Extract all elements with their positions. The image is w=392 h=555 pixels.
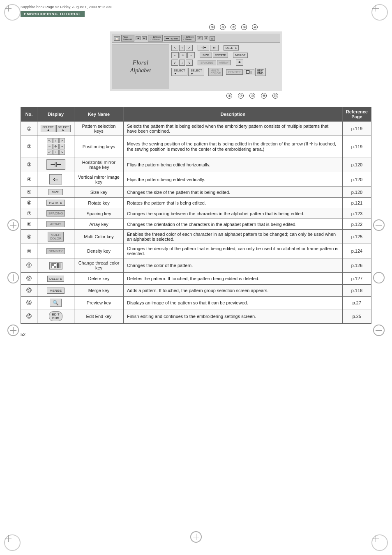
cell-no-5: ⑥ [21, 198, 37, 208]
cell-keyname-1: Positioning keys [74, 136, 124, 157]
cell-ref-8: p.125 [342, 230, 371, 244]
page-footer: 52 [0, 324, 392, 341]
cell-description-13: Displays an image of the pattern so that… [124, 297, 343, 309]
corner-decoration-tr [371, 4, 388, 21]
toolbar-arrow-r: ► [142, 36, 147, 40]
arrow-se[interactable]: ↘ [186, 60, 193, 66]
left-circle-bot [7, 325, 19, 336]
toolbar-icon-1: 📋 [114, 36, 120, 41]
arrow-e[interactable]: → [187, 52, 195, 58]
left-cross-top [10, 222, 16, 228]
preview-line1: Floral [130, 58, 151, 67]
cell-display-9: DENSITY [37, 244, 74, 258]
header-display: Display [37, 107, 74, 122]
cell-description-5: Rotates the pattern that is being edited… [124, 198, 343, 208]
thread-color-btn[interactable]: 🔲||| [244, 69, 254, 75]
toolbar-position-info: ⟷ -40 mm [164, 36, 180, 41]
arrow-s[interactable]: ↓ [179, 60, 185, 66]
cell-description-14: Finish editing and continues to the embr… [124, 309, 343, 324]
right-cross-top [376, 222, 382, 228]
left-circle-top [7, 219, 19, 231]
cell-display-7: ARRAY [37, 219, 74, 230]
arrow-w[interactable]: ← [171, 52, 179, 58]
cell-keyname-10: Change thread color key [74, 258, 124, 273]
cell-ref-5: p.121 [342, 198, 371, 208]
right-cross-bot [376, 327, 382, 334]
cell-display-12: MERGE [37, 285, 74, 297]
table-row: ⑥ROTATERotate keyRotates the pattern tha… [21, 198, 371, 208]
select-left-btn[interactable]: SELECT◄ [171, 68, 187, 76]
multi-color-btn[interactable]: MULTICOLOR [208, 68, 223, 76]
callout-7-bot: ⑦ [238, 93, 244, 99]
cell-description-9: Changes the density of the pattern that … [124, 244, 343, 258]
cell-no-10: ⑪ [21, 258, 37, 273]
rotate-btn[interactable]: ROTATE [213, 53, 228, 58]
cell-keyname-8: Multi Color key [74, 230, 124, 244]
cell-keyname-14: Edit End key [74, 309, 124, 324]
mirror-v-btn[interactable]: ⇐ [210, 45, 219, 51]
bottom-center-decoration [190, 531, 202, 543]
cell-display-4: SIZE [37, 187, 74, 198]
top-callouts: ② ⑤ ③ ④ ⑥ [110, 24, 282, 30]
toolbar-arrow-l: ◄ [136, 36, 141, 40]
arrow-n[interactable]: ↑ [179, 45, 185, 51]
toolbar-new: NewEmbroid. [121, 35, 134, 41]
cell-no-6: ⑦ [21, 208, 37, 219]
array-btn[interactable]: ARRAY [217, 60, 231, 65]
cell-no-14: ⑮ [21, 309, 37, 324]
delete-btn[interactable]: DELETE [224, 45, 239, 51]
cell-description-7: Changes the orientation of the character… [124, 219, 343, 230]
spacing-btn[interactable]: SPACING [198, 60, 216, 65]
header-ref: Reference Page [342, 107, 371, 122]
density-btn[interactable]: DENSITY [226, 69, 242, 75]
table-row: ⑩DENSITYDensity keyChanges the density o… [21, 244, 371, 258]
cell-no-1: ② [21, 136, 37, 157]
table-row: ⑫DELETEDelete keyDeletes the pattern. If… [21, 273, 371, 285]
table-row: ③⊣⊢Horizontal mirror image keyFlips the … [21, 157, 371, 172]
arrow-ne[interactable]: ↗ [186, 45, 193, 51]
table-row: ⑧ARRAYArray keyChanges the orientation o… [21, 219, 371, 230]
cell-keyname-6: Spacing key [74, 208, 124, 219]
cell-display-6: SPACING [37, 208, 74, 219]
callout-4: ④ [241, 24, 247, 30]
cell-display-3: ⇐ [37, 172, 74, 187]
cell-keyname-2: Horizontal mirror image key [74, 157, 124, 172]
arrow-row-2: ← ✛ → SIZE ROTATE MERGE [171, 52, 279, 58]
right-circle-top [373, 219, 385, 231]
cell-ref-4: p.120 [342, 187, 371, 198]
mirror-h-btn[interactable]: ⊣⊢ [198, 45, 209, 51]
arrow-nw[interactable]: ↖ [171, 45, 178, 51]
edit-end-btn[interactable]: EDITEND [255, 68, 266, 76]
cell-ref-14: p.25 [342, 309, 371, 324]
size-btn[interactable]: SIZE [200, 53, 212, 58]
arrow-row-3: ↙ ↓ ↘ SPACING ARRAY 👁 [171, 60, 279, 66]
header-keyname: Key Name [74, 107, 124, 122]
pattern-preview-panel: Floral Alphabet [112, 44, 169, 89]
left-cross-bot [10, 327, 16, 334]
table-header-row: No. Display Key Name Description Referen… [21, 107, 371, 122]
corner-decoration-br [371, 534, 388, 551]
cell-keyname-13: Preview key [74, 297, 124, 309]
select-right-btn[interactable]: SELECT► [188, 68, 204, 76]
table-row: ⑨MULTICOLORMulti Color keyEnables the th… [21, 230, 371, 244]
right-cross-mid [376, 274, 382, 281]
callout-11-bot: ⑪ [272, 93, 278, 99]
cell-display-2: ⊣⊢ [37, 157, 74, 172]
file-info: Sapphire.book Page 52 Friday, August 1, … [21, 5, 371, 9]
merge-btn[interactable]: MERGE [233, 53, 248, 58]
cell-keyname-3: Vertical mirror image key [74, 172, 124, 187]
toolbar-icon-end: ⊞ [210, 36, 215, 41]
cell-ref-3: p.120 [342, 172, 371, 187]
toolbar-dim-info: ↔ 126mm ↕ 78mm [181, 35, 196, 41]
callout-2: ② [209, 24, 215, 30]
arrow-center[interactable]: ✛ [180, 52, 187, 58]
cell-description-10: Changes the color of the pattern. [124, 258, 343, 273]
screenshot-area: ② ⑤ ③ ④ ⑥ 📋 NewEmbroid. ◄ ► ↔ 125mm ↕ 18… [21, 24, 371, 99]
arrow-sw[interactable]: ↙ [171, 60, 178, 66]
bottom-callouts: ① ⑦ ⑩ ⑨ ⑪ [110, 93, 282, 99]
right-circle-bot [373, 325, 385, 336]
cell-display-14: EDITEND [37, 309, 74, 324]
preview-btn[interactable]: 👁 [236, 60, 243, 66]
cell-no-0: ① [21, 122, 37, 136]
toolbar-row: 📋 NewEmbroid. ◄ ► ↔ 125mm ↕ 188mm ⟷ -40 … [112, 34, 280, 43]
